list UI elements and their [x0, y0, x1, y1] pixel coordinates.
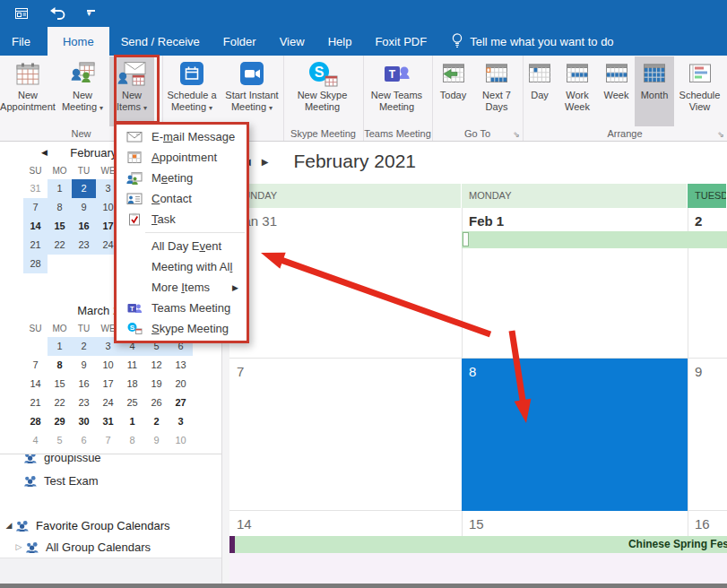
mini-calendar-day[interactable]: 2 [72, 179, 96, 198]
section-favorite-group-calendars[interactable]: ◢ Favorite Group Calendars [0, 516, 224, 534]
event-bar[interactable] [462, 231, 727, 248]
mini-calendar-day[interactable]: 30 [72, 412, 96, 431]
outlook-item-icon[interactable] [14, 4, 30, 22]
dialog-launcher-icon[interactable]: ⇘ [717, 130, 724, 139]
mini-calendar-day[interactable]: 3 [169, 412, 193, 431]
menu-item-more-items[interactable]: More Items▶ [117, 277, 247, 298]
mini-calendar-day[interactable]: 23 [72, 393, 96, 412]
week-button[interactable]: Week [598, 56, 635, 126]
calendar-date[interactable]: 14 [237, 516, 252, 532]
tab-view[interactable]: View [268, 27, 316, 56]
expanded-triangle-icon[interactable]: ◢ [3, 521, 15, 530]
customize-quick-access-toolbar-icon[interactable]: ▾ [87, 10, 91, 17]
mini-calendar-day[interactable]: 16 [72, 217, 96, 236]
mini-calendar-day[interactable]: 7 [23, 198, 48, 217]
menu-item-appointment[interactable]: Appointment [117, 147, 247, 168]
mini-calendar-day[interactable]: 31 [96, 412, 120, 431]
mini-calendar-day[interactable]: 8 [120, 431, 144, 450]
mini-calendar-day[interactable]: 22 [48, 236, 72, 255]
mini-calendar-day[interactable]: 7 [96, 431, 120, 450]
mini-calendar-day[interactable]: 22 [48, 393, 72, 412]
calendar-date[interactable]: 16 [695, 516, 710, 532]
selected-day-cell[interactable] [462, 359, 688, 511]
mini-calendar-day[interactable]: 8 [48, 356, 72, 375]
new-items-button[interactable]: New Items ▾ [109, 56, 154, 126]
mini-calendar-day[interactable]: 9 [72, 356, 96, 375]
day-button[interactable]: Day [523, 56, 557, 126]
calendar-folder-groupissue[interactable]: groupissue [0, 454, 221, 466]
menu-item-contact[interactable]: Contact [117, 188, 247, 209]
mini-calendar-day[interactable]: 18 [120, 375, 144, 393]
mini-calendar-day[interactable]: 1 [48, 337, 72, 356]
calendar-date[interactable]: 7 [237, 364, 244, 379]
mini-calendar-day[interactable]: 10 [96, 356, 120, 375]
tab-send-receive[interactable]: Send / Receive [109, 27, 212, 56]
tab-foxit-pdf[interactable]: Foxit PDF [363, 27, 438, 56]
mini-calendar-day[interactable]: 26 [144, 393, 169, 412]
menu-item-e-mail-message[interactable]: E-mail Message [117, 126, 247, 147]
mini-calendar-day[interactable]: 9 [72, 198, 96, 217]
new-appointment-button[interactable]: New Appointment [0, 56, 56, 126]
mini-calendar-day[interactable]: 25 [120, 393, 144, 412]
mini-calendar-day[interactable]: 5 [48, 431, 72, 450]
mini-calendar-day[interactable]: 10 [169, 431, 193, 450]
schedule-view-button[interactable]: Schedule View [674, 56, 725, 126]
mini-calendar-day[interactable]: 21 [23, 393, 48, 412]
mini-calendar-day[interactable]: 12 [144, 356, 169, 375]
calendar-forward-button[interactable]: ▶ [256, 157, 274, 167]
mini-calendar-day[interactable]: 16 [72, 375, 96, 393]
calendar-date[interactable]: 8 [469, 364, 476, 379]
mini-calendar-day[interactable]: 15 [48, 217, 72, 236]
work-week-button[interactable]: Work Week [557, 56, 598, 126]
mini-calendar-day[interactable]: 31 [23, 179, 48, 198]
mini-calendar-day[interactable]: 2 [72, 337, 96, 356]
menu-item-meeting-with-all[interactable]: Meeting with All [117, 256, 247, 277]
start-instant-meeting-button[interactable]: Start Instant Meeting ▾ [221, 56, 282, 126]
tab-home[interactable]: Home [48, 27, 109, 56]
menu-item-all-day-event[interactable]: All Day Event [117, 236, 247, 256]
mini-calendar-day[interactable]: 11 [120, 356, 144, 375]
new-meeting-button[interactable]: New Meeting ▾ [56, 56, 109, 126]
calendar-folder-test-exam[interactable]: Test Exam [0, 471, 245, 489]
mini-calendar-day[interactable]: 14 [23, 217, 48, 236]
mini-calendar-day[interactable]: 6 [72, 431, 96, 450]
menu-item-meeting[interactable]: Meeting [117, 168, 247, 188]
calendar-date[interactable]: 2 [695, 213, 702, 229]
mini-calendar-back-icon[interactable]: ◀ [41, 148, 48, 157]
mini-calendar-day[interactable]: 13 [169, 356, 193, 375]
mini-calendar-day[interactable]: 2 [144, 412, 169, 431]
mini-calendar-day[interactable]: 8 [48, 198, 72, 217]
tab-file[interactable]: File [0, 27, 42, 56]
month-button[interactable]: Month [635, 56, 674, 126]
mini-calendar-day[interactable]: 28 [23, 412, 48, 431]
mini-calendar-day[interactable]: 1 [48, 179, 72, 198]
mini-calendar-day[interactable]: 15 [48, 375, 72, 393]
collapsed-triangle-icon[interactable]: ▷ [13, 542, 25, 551]
dialog-launcher-icon[interactable]: ⇘ [513, 130, 520, 139]
mini-calendar-day[interactable]: 7 [23, 356, 48, 375]
mini-calendar-day[interactable]: 24 [96, 393, 120, 412]
mini-calendar-day[interactable]: 19 [144, 375, 169, 393]
next-7-days-button[interactable]: Next 7 Days [474, 56, 519, 126]
mini-calendar-day[interactable]: 14 [23, 375, 48, 393]
mini-calendar-day[interactable]: 21 [23, 236, 48, 255]
undo-icon[interactable] [49, 4, 67, 22]
schedule-a-meeting-button[interactable]: Schedule a Meeting ▾ [162, 56, 221, 126]
calendar-date[interactable]: Feb 1 [469, 213, 504, 229]
mini-calendar-day[interactable]: 20 [169, 375, 193, 393]
new-skype-meeting-button[interactable]: SNew Skype Meeting [283, 56, 361, 126]
mini-calendar-day[interactable]: 23 [72, 236, 96, 255]
tab-help[interactable]: Help [316, 27, 364, 56]
tab-folder[interactable]: Folder [212, 27, 268, 56]
mini-calendar-day[interactable]: 4 [23, 431, 48, 450]
event-bar-chinese-spring-festival[interactable]: Chinese Spring Festival [229, 536, 727, 553]
mini-calendar-day[interactable]: 1 [120, 412, 144, 431]
tell-me-box[interactable]: Tell me what you want to do [451, 27, 613, 56]
mini-calendar-day[interactable]: 28 [23, 255, 48, 273]
calendar-date[interactable]: 9 [695, 364, 702, 379]
mini-calendar-day[interactable]: 17 [96, 375, 120, 393]
section-all-group-calendars[interactable]: ▷ All Group Calendars [0, 538, 234, 556]
new-teams-meeting-button[interactable]: TNew Teams Meeting [363, 56, 430, 126]
today-button[interactable]: Today [432, 56, 474, 126]
mini-calendar-day[interactable]: 29 [48, 412, 72, 431]
